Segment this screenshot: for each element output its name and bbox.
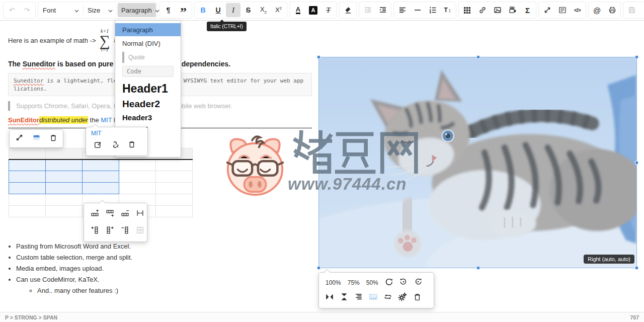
insert-column-right-button[interactable] (103, 224, 116, 237)
subscript-button[interactable]: X2 (256, 3, 271, 17)
font-color-button[interactable]: A (291, 3, 305, 17)
image-revert-button[interactable] (381, 291, 394, 304)
table-cell[interactable] (156, 171, 193, 183)
delete-link-button[interactable] (125, 139, 138, 152)
dropdown-item-normal[interactable]: Normal (DIV) (115, 36, 181, 50)
table-cell[interactable] (156, 183, 193, 194)
superscript-button[interactable]: X2 (271, 3, 286, 17)
resize-handle-se[interactable] (635, 266, 638, 270)
math-paragraph[interactable]: Here is an example of math -> k+1 ∑ i=1 … (8, 27, 130, 54)
list-item[interactable]: Custom table selection, merge and split. (16, 254, 132, 261)
table-cell[interactable] (119, 159, 156, 171)
table-cell[interactable] (83, 171, 119, 183)
resize-handle-s[interactable] (476, 266, 480, 270)
table-delete-button[interactable] (47, 132, 60, 145)
table-cell[interactable] (83, 159, 119, 171)
dropdown-item-quote[interactable]: Quote (122, 52, 174, 63)
video-button[interactable] (505, 3, 520, 17)
table-cell[interactable] (46, 183, 83, 194)
table-header-cell[interactable] (46, 148, 83, 159)
table-resize-button[interactable] (13, 132, 26, 145)
paragraph-style-button[interactable]: ¶ (161, 3, 176, 17)
strike-button[interactable]: S (241, 3, 256, 17)
selected-image[interactable]: Right (auto, auto) (318, 57, 637, 268)
nested-list-item[interactable]: And.. many other features :) (37, 287, 132, 294)
split-cells-button[interactable] (133, 224, 146, 237)
paragraph-format-select[interactable]: Paragraph (118, 3, 156, 17)
editor-area[interactable]: Here is an example of math -> k+1 ∑ i=1 … (0, 21, 644, 312)
list-item[interactable]: Media embed, images upload. (16, 265, 132, 272)
image-align-button[interactable] (352, 291, 365, 304)
undo-button[interactable]: ↶ (5, 3, 19, 17)
resize-handle-w[interactable] (317, 161, 320, 165)
save-button[interactable] (624, 3, 639, 17)
insert-column-left-button[interactable] (88, 224, 101, 237)
template-button[interactable] (639, 3, 644, 17)
size-select[interactable]: Size (84, 3, 116, 17)
horizontal-rule-button[interactable] (410, 3, 425, 17)
table-cell[interactable] (83, 183, 119, 194)
image-mirror-vertical-button[interactable] (338, 291, 351, 304)
dropdown-item-header1[interactable]: Header1 (115, 80, 181, 97)
fullscreen-button[interactable] (540, 3, 554, 17)
resize-handle-ne[interactable] (635, 55, 638, 59)
table-cell[interactable] (9, 171, 46, 183)
underline-button[interactable]: U (211, 3, 225, 17)
image-auto-size-button[interactable] (382, 276, 395, 289)
delete-row-button[interactable] (118, 207, 131, 220)
link-button[interactable] (475, 3, 490, 17)
list-button[interactable] (425, 3, 440, 17)
list-item[interactable]: Can use CodeMirror, KaTeX. (16, 276, 132, 283)
resize-handle-nw[interactable] (317, 55, 320, 59)
text-style-button[interactable]: T (321, 3, 336, 17)
dropdown-item-paragraph[interactable]: Paragraph (115, 23, 181, 36)
image-delete-button[interactable] (411, 291, 424, 304)
table-cell[interactable] (9, 183, 46, 194)
remove-format-button[interactable] (341, 3, 355, 17)
table-cell[interactable] (119, 183, 156, 194)
table-cell[interactable] (46, 194, 83, 206)
table-cell[interactable] (9, 194, 46, 206)
image-edit-button[interactable] (396, 291, 409, 304)
show-blocks-button[interactable] (555, 3, 570, 17)
edit-link-button[interactable] (91, 139, 104, 152)
print-button[interactable] (605, 3, 619, 17)
image-button[interactable] (490, 3, 505, 17)
indent-button[interactable] (375, 3, 390, 17)
image-rotate-right-button[interactable] (412, 276, 425, 289)
table-header-cell[interactable] (9, 148, 46, 159)
image-size-50-button[interactable]: 50% (364, 278, 381, 288)
code-view-button[interactable]: </> (570, 3, 585, 17)
image-size-100-button[interactable]: 100% (323, 278, 344, 288)
mit-license-link[interactable]: MIT (101, 116, 112, 124)
preview-button[interactable]: @ (590, 3, 604, 17)
bold-button[interactable]: B (196, 3, 210, 17)
highlight-color-button[interactable]: A (306, 3, 320, 17)
table-cell[interactable] (46, 206, 83, 217)
table-cell[interactable] (9, 159, 46, 171)
table-cell[interactable] (156, 159, 193, 171)
table-cell[interactable] (156, 206, 193, 217)
dropdown-item-header2[interactable]: Header2 (115, 97, 181, 111)
image-caption-button[interactable] (367, 291, 380, 304)
image-rotate-left-button[interactable] (397, 276, 410, 289)
blockquote-button[interactable]: ” (176, 3, 191, 17)
katex-sum-formula[interactable]: k+1 ∑ i=1 (100, 29, 110, 52)
image-mirror-horizontal-button[interactable] (323, 291, 336, 304)
math-button[interactable]: Σ (520, 3, 535, 17)
resize-handle-e[interactable] (635, 161, 638, 165)
table-cell[interactable] (46, 159, 83, 171)
insert-row-above-button[interactable] (88, 207, 101, 220)
table-cell[interactable] (119, 171, 156, 183)
italic-button[interactable]: I (226, 3, 240, 17)
table-button[interactable] (460, 3, 474, 17)
delete-column-button[interactable] (118, 224, 131, 237)
resize-handle-sw[interactable] (317, 266, 320, 270)
align-button[interactable] (395, 3, 410, 17)
merge-cells-button[interactable] (133, 207, 146, 220)
resize-handle-n[interactable] (476, 55, 480, 59)
image-size-75-button[interactable]: 75% (345, 278, 362, 288)
table-cell[interactable] (46, 171, 83, 183)
feature-list[interactable]: Pasting from Microsoft Word and Excel. C… (16, 243, 132, 298)
link-url-text[interactable]: MIT (91, 130, 142, 137)
